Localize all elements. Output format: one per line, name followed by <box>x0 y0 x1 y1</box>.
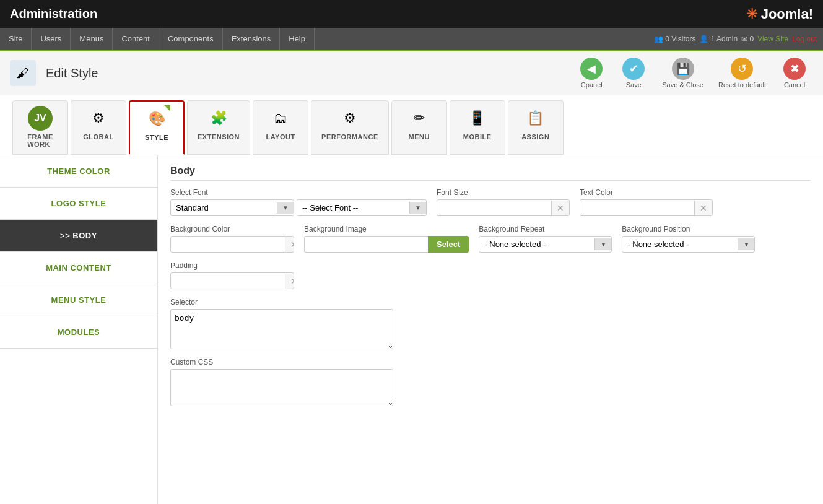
save-close-label: Save & Close <box>662 81 703 89</box>
bg-position-select-wrapper[interactable]: - None selected - ▼ <box>622 236 755 253</box>
bg-position-label: Background Position <box>622 225 755 233</box>
selector-group: Selector body <box>170 298 393 349</box>
sidebar-theme-color[interactable]: THEME COLOR <box>0 155 157 188</box>
extension-icon: 🧩 <box>206 106 231 131</box>
text-color-input-wrapper: ✕ <box>580 199 713 216</box>
cancel-label: Cancel <box>784 81 805 89</box>
nav-items: Site Users Menus Content Components Exte… <box>0 28 315 50</box>
select-font-group: Select Font Standard ▼ -- Select Font --… <box>170 188 427 216</box>
nav-bar: Site Users Menus Content Components Exte… <box>0 28 823 51</box>
bg-image-input[interactable] <box>304 236 428 253</box>
bg-image-group: Background Image Select <box>304 225 469 253</box>
sidebar-modules[interactable]: MODULES <box>0 316 157 349</box>
select-font-standard[interactable]: Standard ▼ <box>170 199 294 216</box>
sidebar-menu-style[interactable]: MENU STYLE <box>0 284 157 316</box>
mobile-icon: 📱 <box>465 106 490 131</box>
text-color-clear-btn[interactable]: ✕ <box>694 201 712 215</box>
tab-menu[interactable]: ✏ MENU <box>391 100 447 155</box>
admin-title: Administration <box>10 7 746 21</box>
padding-group: Padding ✕ <box>170 261 294 289</box>
sidebar-body[interactable]: BODY <box>0 220 157 252</box>
font-size-label: Font Size <box>437 188 570 197</box>
nav-help[interactable]: Help <box>280 28 315 50</box>
select-font-type[interactable]: -- Select Font -- ▼ <box>297 199 427 216</box>
assign-icon: 📋 <box>523 106 548 131</box>
bg-repeat-select-wrapper[interactable]: - None selected - ▼ <box>479 236 612 253</box>
view-site-link[interactable]: View Site <box>757 35 788 43</box>
font-size-clear-btn[interactable]: ✕ <box>551 201 569 215</box>
cpanel-button[interactable]: ◀ Cpanel <box>573 56 610 90</box>
save-button[interactable]: ✔ Save <box>615 56 652 90</box>
bg-image-select-btn[interactable]: Select <box>428 236 469 253</box>
bg-repeat-group: Background Repeat - None selected - ▼ <box>479 225 612 253</box>
menu-icon: ✏ <box>407 106 432 131</box>
tab-extension[interactable]: 🧩 EXTENSION <box>187 100 250 155</box>
cancel-icon: ✖ <box>783 58 806 80</box>
form-row-background: Background Color ✕ Background Image Sele… <box>170 225 811 253</box>
bg-position-arrow[interactable]: ▼ <box>738 238 754 250</box>
nav-users[interactable]: Users <box>32 28 71 50</box>
font-type-select[interactable]: -- Select Font -- <box>297 200 409 215</box>
admin-count: 👤 1 Admin <box>699 35 738 43</box>
bg-color-clear-btn[interactable]: ✕ <box>285 237 294 252</box>
selector-textarea[interactable]: body <box>170 309 393 349</box>
nav-right: 👥 0 Visitors 👤 1 Admin ✉ 0 View Site Log… <box>654 35 823 43</box>
padding-label: Padding <box>170 261 294 270</box>
bg-repeat-select[interactable]: - None selected - <box>479 237 594 252</box>
top-bar: Administration ✳ Joomla! <box>0 0 823 28</box>
tab-layout[interactable]: 🗂 LAYOUT <box>253 100 308 155</box>
logout-link[interactable]: Log out <box>792 35 817 43</box>
cancel-button[interactable]: ✖ Cancel <box>776 56 813 90</box>
save-close-icon: 💾 <box>672 58 694 80</box>
custom-css-textarea[interactable] <box>170 369 393 406</box>
nav-extensions[interactable]: Extensions <box>223 28 281 50</box>
nav-components[interactable]: Components <box>159 28 223 50</box>
font-standard-select[interactable]: Standard <box>171 200 277 215</box>
cpanel-label: Cpanel <box>581 81 603 89</box>
tab-assign[interactable]: 📋 ASSIGN <box>508 100 564 155</box>
font-size-group: Font Size ✕ <box>437 188 570 216</box>
save-close-button[interactable]: 💾 Save & Close <box>657 56 708 90</box>
padding-clear-btn[interactable]: ✕ <box>285 274 294 289</box>
messages-count: ✉ 0 <box>741 35 754 43</box>
tab-performance[interactable]: ⚙ PERFORMANCE <box>311 100 389 155</box>
font-standard-arrow[interactable]: ▼ <box>277 202 294 214</box>
save-icon: ✔ <box>622 58 645 80</box>
selector-label: Selector <box>170 298 393 306</box>
form-row-fonts: Select Font Standard ▼ -- Select Font --… <box>170 188 811 216</box>
content-area: Body Select Font Standard ▼ -- Select Fo… <box>158 155 823 504</box>
custom-css-group: Custom CSS <box>170 358 393 406</box>
reset-button[interactable]: ↺ Reset to default <box>713 56 771 90</box>
padding-input[interactable] <box>171 273 285 289</box>
form-row-custom-css: Custom CSS <box>170 358 811 406</box>
bg-color-group: Background Color ✕ <box>170 225 294 253</box>
sidebar-main-content[interactable]: MAIN CONTENT <box>0 252 157 284</box>
page-icon: 🖌 <box>10 60 36 86</box>
text-color-label: Text Color <box>580 188 713 197</box>
font-size-input[interactable] <box>437 200 551 215</box>
sidebar-logo-style[interactable]: LOGO STYLE <box>0 188 157 220</box>
nav-menus[interactable]: Menus <box>71 28 113 50</box>
visitors-count: 👥 0 Visitors <box>654 35 695 43</box>
body-section-title: Body <box>170 165 811 181</box>
global-icon: ⚙ <box>86 106 111 131</box>
bg-color-input[interactable] <box>171 237 285 252</box>
text-color-input[interactable] <box>580 200 694 215</box>
padding-input-wrapper: ✕ <box>170 272 294 289</box>
cpanel-icon: ◀ <box>580 58 603 80</box>
page-title: Edit Style <box>41 66 568 80</box>
main-content: THEME COLOR LOGO STYLE BODY MAIN CONTENT… <box>0 155 823 504</box>
tab-style[interactable]: 🎨 STYLE <box>129 100 185 155</box>
tab-mobile[interactable]: 📱 MOBILE <box>450 100 505 155</box>
tab-framework[interactable]: JV FRAMEWORK <box>12 100 68 155</box>
form-row-selector: Selector body <box>170 298 811 349</box>
nav-content[interactable]: Content <box>113 28 159 50</box>
tab-global[interactable]: ⚙ GLOBAL <box>71 100 126 155</box>
nav-site[interactable]: Site <box>0 28 32 50</box>
bg-image-row: Select <box>304 236 469 253</box>
bg-repeat-arrow[interactable]: ▼ <box>594 238 611 250</box>
font-type-arrow[interactable]: ▼ <box>409 202 426 214</box>
bg-position-select[interactable]: - None selected - <box>622 237 738 252</box>
select-font-label: Select Font <box>170 188 427 197</box>
framework-icon: JV <box>28 106 53 131</box>
